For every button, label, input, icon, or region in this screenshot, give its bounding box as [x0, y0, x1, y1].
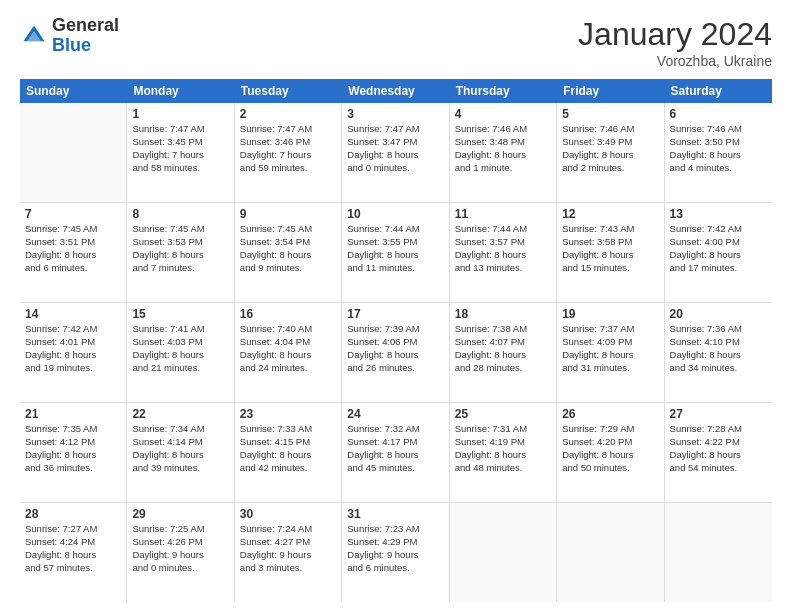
day-number: 4 — [455, 106, 551, 122]
day-info-line: and 48 minutes. — [455, 462, 551, 475]
day-number: 30 — [240, 506, 336, 522]
day-info-line: and 45 minutes. — [347, 462, 443, 475]
page: General Blue January 2024 Vorozhba, Ukra… — [0, 0, 792, 612]
day-info-line: Daylight: 8 hours — [347, 449, 443, 462]
day-cell-23: 23Sunrise: 7:33 AMSunset: 4:15 PMDayligh… — [235, 403, 342, 502]
day-info-line: and 34 minutes. — [670, 362, 767, 375]
day-info-line: Sunrise: 7:45 AM — [132, 223, 228, 236]
day-info-line: and 21 minutes. — [132, 362, 228, 375]
day-cell-13: 13Sunrise: 7:42 AMSunset: 4:00 PMDayligh… — [665, 203, 772, 302]
day-info-line: and 31 minutes. — [562, 362, 658, 375]
day-cell-31: 31Sunrise: 7:23 AMSunset: 4:29 PMDayligh… — [342, 503, 449, 602]
day-info-line: and 4 minutes. — [670, 162, 767, 175]
day-number: 21 — [25, 406, 121, 422]
day-info-line: Daylight: 7 hours — [240, 149, 336, 162]
day-cell-21: 21Sunrise: 7:35 AMSunset: 4:12 PMDayligh… — [20, 403, 127, 502]
day-number: 25 — [455, 406, 551, 422]
day-info-line: Daylight: 8 hours — [240, 249, 336, 262]
day-number: 6 — [670, 106, 767, 122]
day-info-line: Sunset: 4:19 PM — [455, 436, 551, 449]
day-info-line: Daylight: 8 hours — [562, 249, 658, 262]
day-info-line: Sunset: 4:20 PM — [562, 436, 658, 449]
day-number: 24 — [347, 406, 443, 422]
day-info-line: Sunset: 4:01 PM — [25, 336, 121, 349]
day-info-line: Sunrise: 7:46 AM — [562, 123, 658, 136]
day-info-line: and 58 minutes. — [132, 162, 228, 175]
weekday-header-saturday: Saturday — [665, 79, 772, 103]
day-number: 3 — [347, 106, 443, 122]
day-info-line: Daylight: 8 hours — [132, 349, 228, 362]
day-info-line: Daylight: 8 hours — [132, 249, 228, 262]
day-info-line: Sunrise: 7:36 AM — [670, 323, 767, 336]
title-block: January 2024 Vorozhba, Ukraine — [578, 16, 772, 69]
day-cell-2: 2Sunrise: 7:47 AMSunset: 3:46 PMDaylight… — [235, 103, 342, 202]
day-info-line: Sunset: 3:45 PM — [132, 136, 228, 149]
day-info-line: Sunrise: 7:24 AM — [240, 523, 336, 536]
day-info-line: and 2 minutes. — [562, 162, 658, 175]
day-info-line: Daylight: 8 hours — [347, 349, 443, 362]
logo-general: General — [52, 15, 119, 35]
day-cell-27: 27Sunrise: 7:28 AMSunset: 4:22 PMDayligh… — [665, 403, 772, 502]
day-info-line: and 15 minutes. — [562, 262, 658, 275]
day-info-line: and 17 minutes. — [670, 262, 767, 275]
day-number: 26 — [562, 406, 658, 422]
day-info-line: and 7 minutes. — [132, 262, 228, 275]
day-cell-9: 9Sunrise: 7:45 AMSunset: 3:54 PMDaylight… — [235, 203, 342, 302]
calendar: SundayMondayTuesdayWednesdayThursdayFrid… — [20, 79, 772, 602]
day-info-line: Sunset: 3:49 PM — [562, 136, 658, 149]
day-info-line: Daylight: 8 hours — [455, 349, 551, 362]
day-info-line: Sunset: 4:03 PM — [132, 336, 228, 349]
day-info-line: and 6 minutes. — [25, 262, 121, 275]
day-info-line: Sunset: 4:09 PM — [562, 336, 658, 349]
day-cell-30: 30Sunrise: 7:24 AMSunset: 4:27 PMDayligh… — [235, 503, 342, 602]
day-number: 28 — [25, 506, 121, 522]
day-number: 31 — [347, 506, 443, 522]
day-cell-7: 7Sunrise: 7:45 AMSunset: 3:51 PMDaylight… — [20, 203, 127, 302]
day-cell-22: 22Sunrise: 7:34 AMSunset: 4:14 PMDayligh… — [127, 403, 234, 502]
day-info-line: Daylight: 8 hours — [562, 449, 658, 462]
day-info-line: and 13 minutes. — [455, 262, 551, 275]
day-number: 1 — [132, 106, 228, 122]
month-title: January 2024 — [578, 16, 772, 53]
day-cell-16: 16Sunrise: 7:40 AMSunset: 4:04 PMDayligh… — [235, 303, 342, 402]
day-info-line: Daylight: 7 hours — [132, 149, 228, 162]
day-info-line: Daylight: 8 hours — [670, 149, 767, 162]
day-info-line: Daylight: 8 hours — [562, 149, 658, 162]
day-info-line: Daylight: 8 hours — [25, 349, 121, 362]
logo-icon — [20, 22, 48, 50]
day-info-line: Daylight: 8 hours — [670, 349, 767, 362]
day-info-line: Daylight: 8 hours — [670, 249, 767, 262]
day-info-line: and 39 minutes. — [132, 462, 228, 475]
day-info-line: and 26 minutes. — [347, 362, 443, 375]
day-info-line: Daylight: 8 hours — [455, 249, 551, 262]
header: General Blue January 2024 Vorozhba, Ukra… — [20, 16, 772, 69]
calendar-row-2: 7Sunrise: 7:45 AMSunset: 3:51 PMDaylight… — [20, 203, 772, 303]
day-info-line: Sunrise: 7:47 AM — [132, 123, 228, 136]
day-info-line: and 42 minutes. — [240, 462, 336, 475]
day-cell-1: 1Sunrise: 7:47 AMSunset: 3:45 PMDaylight… — [127, 103, 234, 202]
day-info-line: and 19 minutes. — [25, 362, 121, 375]
day-number: 2 — [240, 106, 336, 122]
day-info-line: and 11 minutes. — [347, 262, 443, 275]
day-info-line: Sunrise: 7:47 AM — [240, 123, 336, 136]
day-info-line: Sunset: 4:00 PM — [670, 236, 767, 249]
weekday-header-tuesday: Tuesday — [235, 79, 342, 103]
day-info-line: and 59 minutes. — [240, 162, 336, 175]
day-info-line: Daylight: 8 hours — [25, 549, 121, 562]
day-info-line: Sunrise: 7:44 AM — [455, 223, 551, 236]
day-info-line: Sunset: 3:57 PM — [455, 236, 551, 249]
day-cell-24: 24Sunrise: 7:32 AMSunset: 4:17 PMDayligh… — [342, 403, 449, 502]
day-info-line: Sunrise: 7:43 AM — [562, 223, 658, 236]
empty-cell — [665, 503, 772, 602]
day-info-line: Sunset: 3:50 PM — [670, 136, 767, 149]
day-number: 29 — [132, 506, 228, 522]
day-info-line: Sunrise: 7:34 AM — [132, 423, 228, 436]
weekday-header-sunday: Sunday — [20, 79, 127, 103]
day-info-line: Daylight: 8 hours — [240, 449, 336, 462]
day-info-line: and 0 minutes. — [347, 162, 443, 175]
empty-cell — [20, 103, 127, 202]
day-number: 8 — [132, 206, 228, 222]
day-info-line: Sunrise: 7:40 AM — [240, 323, 336, 336]
day-info-line: Sunrise: 7:47 AM — [347, 123, 443, 136]
day-info-line: Sunset: 3:58 PM — [562, 236, 658, 249]
